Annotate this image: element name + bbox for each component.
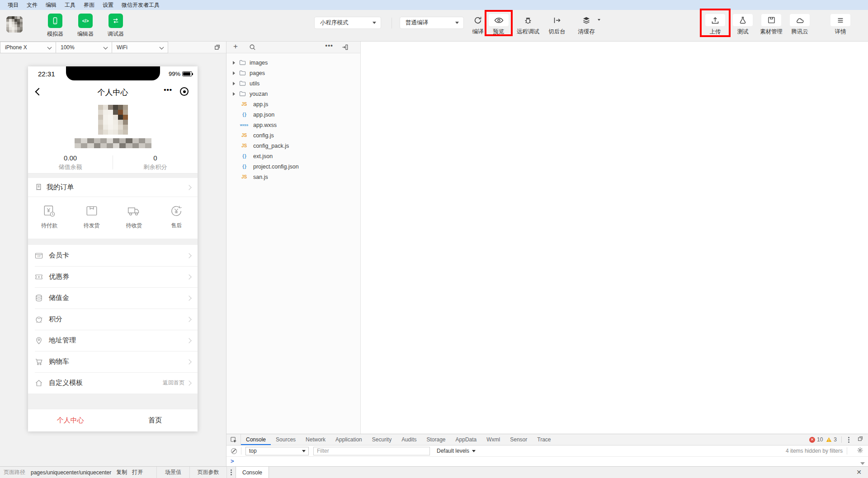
undock-icon[interactable] xyxy=(857,436,863,444)
log-levels-select[interactable]: Default levels xyxy=(437,448,476,454)
user-avatar[interactable] xyxy=(6,16,23,33)
console-filter-input[interactable] xyxy=(313,447,430,455)
coins-icon xyxy=(35,294,43,302)
points-stat[interactable]: 0 剩余积分 xyxy=(113,152,198,173)
user-profile-avatar[interactable] xyxy=(98,105,128,135)
address-management-row[interactable]: 地址管理 xyxy=(28,330,198,351)
scene-value-tab[interactable]: 场景值 xyxy=(156,467,190,478)
assets-button[interactable]: 素材管理 xyxy=(757,14,786,36)
tab-storage[interactable]: Storage xyxy=(422,434,451,445)
tab-trace[interactable]: Trace xyxy=(532,434,556,445)
shopping-cart-row[interactable]: 购物车 xyxy=(28,351,198,372)
back-home-link[interactable]: 返回首页 xyxy=(163,379,184,387)
pending-receipt-item[interactable]: 待收货 xyxy=(113,197,156,239)
file-app-js[interactable]: JS app.js xyxy=(226,99,360,109)
file-app-wxss[interactable]: wxss app.wxss xyxy=(226,120,360,130)
to-background-button[interactable]: 切后台 xyxy=(544,14,570,36)
copy-path-link[interactable]: 复制 xyxy=(116,469,127,476)
open-path-link[interactable]: 打开 xyxy=(132,469,143,476)
stored-balance-stat[interactable]: 0.00 储值余额 xyxy=(28,152,113,173)
device-select[interactable]: iPhone X xyxy=(0,42,56,53)
devtools-menu-icon[interactable] xyxy=(846,437,851,443)
console-settings-gear-icon[interactable] xyxy=(857,447,863,455)
compile-mode-select[interactable]: 普通编译 xyxy=(400,17,464,29)
folder-images[interactable]: images xyxy=(226,57,360,68)
file-config-pack-js[interactable]: JS config_pack.js xyxy=(226,141,360,151)
details-button[interactable]: 详情 xyxy=(828,14,853,36)
warning-count-badge[interactable]: 3 xyxy=(826,436,837,443)
stored-value-row[interactable]: 储值金 xyxy=(28,287,198,309)
folder-pages[interactable]: pages xyxy=(226,68,360,78)
drawer-menu-icon[interactable] xyxy=(229,469,234,475)
context-select[interactable]: top xyxy=(245,447,309,455)
clear-cache-button[interactable]: 清缓存 xyxy=(573,14,600,36)
tab-wxml[interactable]: Wxml xyxy=(481,434,505,445)
tab-console[interactable]: Console xyxy=(241,434,271,445)
debugger-toggle-button[interactable]: 调试器 xyxy=(104,14,127,38)
test-button[interactable]: 测试 xyxy=(730,14,755,36)
file-ext-json[interactable]: { } ext.json xyxy=(226,151,360,161)
file-app-json[interactable]: { } app.json xyxy=(226,109,360,120)
member-card-row[interactable]: VIP 会员卡 xyxy=(28,245,198,266)
editor-toggle-button[interactable]: </> 编辑器 xyxy=(74,14,97,38)
menu-file[interactable]: 文件 xyxy=(23,1,42,9)
search-icon[interactable] xyxy=(249,44,256,52)
file-project-config-json[interactable]: { } project.config.json xyxy=(226,161,360,172)
menu-project[interactable]: 项目 xyxy=(4,1,23,9)
tab-application[interactable]: Application xyxy=(330,434,367,445)
tab-sources[interactable]: Sources xyxy=(271,434,301,445)
upload-button[interactable]: 上传 xyxy=(703,14,728,36)
pending-shipment-item[interactable]: 待发货 xyxy=(71,197,113,239)
tab-audits[interactable]: Audits xyxy=(396,434,421,445)
add-file-icon[interactable]: + xyxy=(233,42,238,51)
tab-personal-center[interactable]: 个人中心 xyxy=(28,409,113,431)
menu-settings[interactable]: 设置 xyxy=(99,1,118,9)
inspect-element-icon[interactable] xyxy=(226,434,241,445)
account-stats: 0.00 储值余额 0 剩余积分 xyxy=(28,152,198,173)
tab-appdata[interactable]: AppData xyxy=(451,434,482,445)
menu-edit[interactable]: 编辑 xyxy=(42,1,61,9)
zoom-select[interactable]: 100% xyxy=(56,42,112,53)
scroll-down-arrow-icon[interactable] xyxy=(860,462,865,465)
my-orders-row[interactable]: 我的订单 xyxy=(28,178,198,197)
preview-button[interactable]: 预览 xyxy=(487,14,510,36)
editor-empty-area[interactable] xyxy=(361,42,868,434)
menu-devtools[interactable]: 微信开发者工具 xyxy=(118,1,164,9)
folder-utils[interactable]: utils xyxy=(226,78,360,89)
my-orders-label: 我的订单 xyxy=(47,183,74,192)
close-drawer-icon[interactable]: ✕ xyxy=(856,469,862,476)
capsule-record-icon[interactable] xyxy=(180,87,189,96)
drawer-console-tab[interactable]: Console xyxy=(236,467,269,478)
more-options-icon[interactable]: ••• xyxy=(325,42,333,49)
after-sale-item[interactable]: 售后 xyxy=(155,197,198,239)
tab-home[interactable]: 首页 xyxy=(113,409,198,431)
menu-tools[interactable]: 工具 xyxy=(61,1,80,9)
folder-youzan[interactable]: youzan xyxy=(226,89,360,99)
tab-sensor[interactable]: Sensor xyxy=(505,434,532,445)
status-bar: 页面路径 pages/uniquecenter/uniquecenter 复制 … xyxy=(0,466,868,478)
simulator-toggle-label: 模拟器 xyxy=(47,30,63,38)
clear-console-icon[interactable] xyxy=(231,448,237,454)
remote-debug-button[interactable]: 远程调试 xyxy=(514,14,542,36)
more-menu-icon[interactable]: ••• xyxy=(164,86,172,94)
custom-template-row[interactable]: 自定义模板 返回首页 xyxy=(28,372,198,394)
mode-select[interactable]: 小程序模式 xyxy=(314,17,381,29)
tab-network[interactable]: Network xyxy=(301,434,330,445)
collapse-panel-icon[interactable] xyxy=(342,44,349,52)
file-san-js[interactable]: JS san.js xyxy=(226,172,360,182)
file-config-js[interactable]: JS config.js xyxy=(226,130,360,141)
tencent-cloud-button[interactable]: 腾讯云 xyxy=(787,14,813,36)
page-params-tab[interactable]: 页面参数 xyxy=(190,467,227,478)
network-select[interactable]: WiFi xyxy=(112,42,168,53)
points-row[interactable]: 积分 xyxy=(28,309,198,330)
battery-icon xyxy=(182,71,192,76)
json-file-icon: { } xyxy=(238,154,250,159)
error-count-badge[interactable]: ✕ 10 xyxy=(809,436,823,443)
simulator-toggle-button[interactable]: 模拟器 xyxy=(44,14,66,38)
tab-security[interactable]: Security xyxy=(367,434,396,445)
detach-window-icon[interactable] xyxy=(214,44,221,52)
menu-view[interactable]: 界面 xyxy=(80,1,99,9)
console-output-area[interactable]: > xyxy=(226,457,868,466)
pending-payment-item[interactable]: 待付款 xyxy=(28,197,71,239)
coupons-row[interactable]: 优惠券 xyxy=(28,266,198,287)
